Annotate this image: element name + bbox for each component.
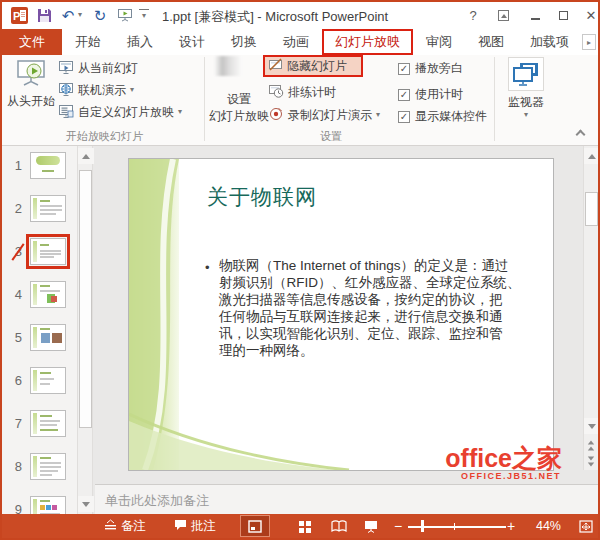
comments-toggle-button[interactable]: 批注 [174,514,216,538]
reading-view-icon [331,520,347,533]
powerpoint-app-icon: P [10,6,28,24]
maximize-button[interactable] [552,7,574,24]
present-online-label: 联机演示 [78,82,126,99]
tab-addins[interactable]: 加载项 [517,29,582,55]
use-timings-label: 使用计时 [415,86,463,103]
undo-icon[interactable]: ↶ [60,6,76,24]
workspace: 1 2 3 4 5 6 [2,146,598,514]
thumbnail-scroll-up-icon[interactable] [78,148,94,164]
comments-icon [174,519,187,534]
from-beginning-button[interactable]: 从头开始 [8,57,54,110]
thumbnail-slide-6[interactable]: 6 [2,367,77,395]
normal-view-button[interactable] [240,515,270,537]
thumbnail-scroll-down-icon[interactable] [78,496,94,512]
rehearse-timings-button[interactable]: 排练计时 [268,83,336,101]
previous-slide-button[interactable] [585,438,597,452]
tab-view[interactable]: 视图 [465,29,517,55]
play-narrations-label: 播放旁白 [415,60,463,77]
thumbnail-slide-1[interactable]: 1 [2,152,77,180]
group-divider [204,57,205,141]
slide-number: 6 [6,373,22,388]
from-current-slide-button[interactable]: 从当前幻灯 [58,59,138,77]
record-slideshow-icon [268,106,284,125]
monitors-caret-icon: ▾ [524,111,528,119]
normal-view-icon [248,520,262,533]
zoom-level[interactable]: 44% [523,514,561,538]
record-slideshow-button[interactable]: 录制幻灯片演示 ▾ [268,106,380,124]
slide-scroll-down-icon[interactable] [584,418,598,434]
slide-canvas[interactable]: 关于物联网 • 物联网（The Internet of things）的定义是：… [128,158,554,471]
monitors-icon [508,57,544,91]
tab-home[interactable]: 开始 [62,29,114,55]
bullet-icon: • [205,260,210,275]
fit-to-window-icon [579,520,593,533]
monitors-button[interactable]: 监视器 ▾ [499,57,553,119]
notes-pane[interactable]: 单击此处添加备注 [95,485,598,514]
slide-sorter-view-button[interactable] [290,515,320,537]
tab-transitions[interactable]: 切换 [218,29,270,55]
tab-animations[interactable]: 动画 [270,29,322,55]
present-online-button[interactable]: 联机演示 ▾ [58,81,134,99]
use-timings-checkbox[interactable]: ✓ 使用计时 [398,86,463,103]
setup-slideshow-label-line1: 设置 [227,91,251,108]
close-button[interactable]: ✕ [580,7,600,24]
group-divider [494,57,495,141]
thumbnail-slide-5[interactable]: 5 [2,324,77,352]
notes-placeholder[interactable]: 单击此处添加备注 [105,492,209,510]
zoom-slider-thumb[interactable] [421,520,424,532]
redo-icon[interactable]: ↻ [92,6,108,24]
from-beginning-label: 从头开始 [7,93,55,110]
thumbnail-scrollbar[interactable] [77,146,93,514]
slide-number: 7 [6,416,22,431]
thumbnail-scrollbar-thumb[interactable] [79,170,92,428]
ribbon-tab-row: 文件 开始 插入 设计 切换 动画 幻灯片放映 审阅 视图 加载项 ▸ [2,28,598,55]
slide-title[interactable]: 关于物联网 [207,183,317,211]
reading-view-button[interactable] [324,515,354,537]
tab-file[interactable]: 文件 [2,29,62,55]
slideshow-qat-icon[interactable] [116,6,134,24]
thumbnail-slide-4[interactable]: 4 [2,281,77,309]
fit-slide-to-window-button[interactable] [574,515,598,537]
thumbnail-slide-8[interactable]: 8 [2,453,77,481]
thumbnail-slide-3-selected-hidden[interactable]: 3 [2,238,77,266]
slide-number: 4 [6,287,22,302]
tab-review[interactable]: 审阅 [413,29,465,55]
zoom-in-button[interactable]: + [507,514,515,538]
show-media-controls-label: 显示媒体控件 [415,108,487,125]
tab-slideshow-active[interactable]: 幻灯片放映 [322,29,413,55]
next-slide-button[interactable] [585,454,597,468]
hide-slide-button[interactable]: 隐藏幻灯片 [263,55,363,77]
qat-customize-button[interactable]: ▾ [139,9,149,21]
present-online-icon [58,81,74,100]
thumbnail-slide-7[interactable]: 7 [2,410,77,438]
play-narrations-checkbox[interactable]: ✓ 播放旁白 [398,60,463,77]
zoom-out-button[interactable]: − [394,514,402,538]
custom-slideshow-button[interactable]: 自定义幻灯片放映 ▾ [58,103,182,121]
notes-toggle-button[interactable]: 备注 [104,514,146,538]
save-icon[interactable] [36,6,52,24]
present-online-caret-icon: ▾ [130,86,134,94]
slide-scrollbar-thumb[interactable] [585,192,598,226]
zoom-slider-midpoint [454,523,455,530]
help-button[interactable]: ? [462,7,484,24]
setup-slideshow-button[interactable]: 设置 幻灯片放映 [206,91,272,125]
slide-body-text[interactable]: 物联网（The Internet of things）的定义是：通过 射频识别（… [219,257,521,359]
undo-dropdown-caret-icon[interactable]: ▾ [76,6,84,24]
slide-scroll-up-icon[interactable] [584,148,598,164]
tab-overflow-button[interactable]: ▸ [582,34,596,50]
tab-design[interactable]: 设计 [166,29,218,55]
minimize-button[interactable] [524,7,546,24]
collapse-ribbon-icon[interactable] [576,130,586,140]
checkbox-checked-icon: ✓ [398,89,410,101]
slide-sorter-icon [298,520,312,533]
watermark-url: OFFICE.JB51.NET [461,471,561,481]
status-bar: 备注 批注 − + 44% [2,514,598,538]
tab-insert[interactable]: 插入 [114,29,166,55]
ribbon-display-options-button[interactable] [492,7,514,24]
slideshow-view-button[interactable] [356,515,386,537]
slide-scrollbar[interactable] [583,146,598,470]
thumbnail-slide-2[interactable]: 2 [2,195,77,223]
show-media-controls-checkbox[interactable]: ✓ 显示媒体控件 [398,108,487,125]
thumbnail-slide-9[interactable]: 9 [2,496,77,514]
slideshow-view-icon [364,520,378,533]
